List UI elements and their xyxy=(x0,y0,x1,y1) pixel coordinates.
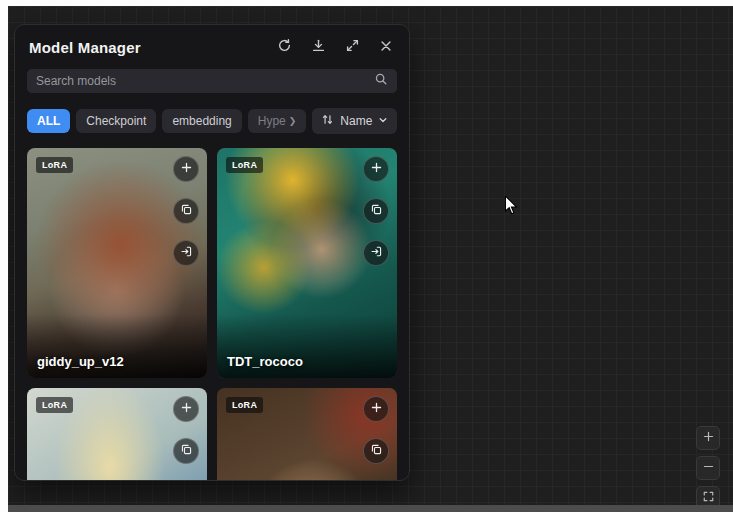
chip-label: embedding xyxy=(172,114,231,128)
filter-chips-row: ALL Checkpoint embedding Hype ❯ Name xyxy=(27,108,397,134)
search-input[interactable] xyxy=(36,74,368,88)
canvas-zoom-toolbar xyxy=(696,426,720,505)
filter-chip-hypernetwork[interactable]: Hype ❯ xyxy=(248,109,307,133)
load-model-button[interactable] xyxy=(173,240,199,266)
copy-model-button[interactable] xyxy=(363,438,389,464)
add-model-button[interactable] xyxy=(363,396,389,422)
model-card[interactable]: LoRA xyxy=(27,148,207,378)
model-card[interactable]: LoRA xyxy=(217,148,397,378)
zoom-out-button[interactable] xyxy=(696,456,720,480)
fit-view-icon xyxy=(702,490,715,505)
chevron-down-icon xyxy=(378,114,388,128)
card-actions xyxy=(363,396,389,464)
plus-icon xyxy=(180,401,193,417)
copy-icon xyxy=(180,203,193,219)
download-icon xyxy=(311,38,326,56)
chip-label: Checkpoint xyxy=(86,114,146,128)
download-button[interactable] xyxy=(311,38,326,56)
model-type-badge: LoRA xyxy=(226,157,263,173)
add-model-button[interactable] xyxy=(173,396,199,422)
model-type-badge: LoRA xyxy=(226,397,263,413)
plus-icon xyxy=(180,161,193,177)
copy-model-button[interactable] xyxy=(363,198,389,224)
load-into-workflow-icon xyxy=(370,245,383,261)
zoom-in-button[interactable] xyxy=(696,426,720,450)
chip-label: Hype xyxy=(258,114,286,128)
refresh-button[interactable] xyxy=(277,38,292,56)
header-actions xyxy=(277,38,393,56)
filter-chip-all[interactable]: ALL xyxy=(27,109,70,133)
panel-header: Model Manager xyxy=(15,25,409,65)
copy-icon xyxy=(370,443,383,459)
add-model-button[interactable] xyxy=(363,156,389,182)
plus-icon xyxy=(702,430,715,446)
panel-title: Model Manager xyxy=(29,39,277,56)
model-type-badge: LoRA xyxy=(36,397,73,413)
model-name: TDT_rococo xyxy=(227,354,303,369)
model-type-badge: LoRA xyxy=(36,157,73,173)
chip-label: ALL xyxy=(37,114,60,128)
plus-icon xyxy=(370,161,383,177)
model-card-grid: LoRA xyxy=(27,148,397,480)
close-button[interactable] xyxy=(379,39,393,56)
model-card[interactable]: LoRA xyxy=(217,388,397,480)
add-model-button[interactable] xyxy=(173,156,199,182)
model-card[interactable]: LoRA xyxy=(27,388,207,480)
filter-chip-checkpoint[interactable]: Checkpoint xyxy=(76,109,156,133)
sort-dropdown[interactable]: Name xyxy=(312,108,397,134)
search-icon xyxy=(374,72,388,90)
fit-view-button[interactable] xyxy=(696,486,720,505)
copy-icon xyxy=(180,443,193,459)
copy-model-button[interactable] xyxy=(173,198,199,224)
copy-model-button[interactable] xyxy=(173,438,199,464)
minus-icon xyxy=(702,460,715,476)
plus-icon xyxy=(370,401,383,417)
search-bar xyxy=(27,69,397,93)
close-icon xyxy=(379,39,393,56)
window-bottom-edge xyxy=(8,505,733,512)
load-model-button[interactable] xyxy=(363,240,389,266)
refresh-icon xyxy=(277,38,292,56)
mouse-cursor xyxy=(502,196,520,220)
chip-truncation-indicator: ❯ xyxy=(289,116,297,126)
copy-icon xyxy=(370,203,383,219)
sort-icon xyxy=(321,113,334,129)
model-manager-panel: Model Manager xyxy=(14,24,410,481)
node-graph-canvas[interactable]: Model Manager xyxy=(8,6,733,505)
model-name: giddy_up_v12 xyxy=(37,354,124,369)
sort-label: Name xyxy=(340,114,372,128)
card-actions xyxy=(173,396,199,464)
card-actions xyxy=(173,156,199,266)
filter-chip-embedding[interactable]: embedding xyxy=(162,109,241,133)
load-into-workflow-icon xyxy=(180,245,193,261)
expand-icon xyxy=(345,38,360,56)
card-actions xyxy=(363,156,389,266)
expand-button[interactable] xyxy=(345,38,360,56)
